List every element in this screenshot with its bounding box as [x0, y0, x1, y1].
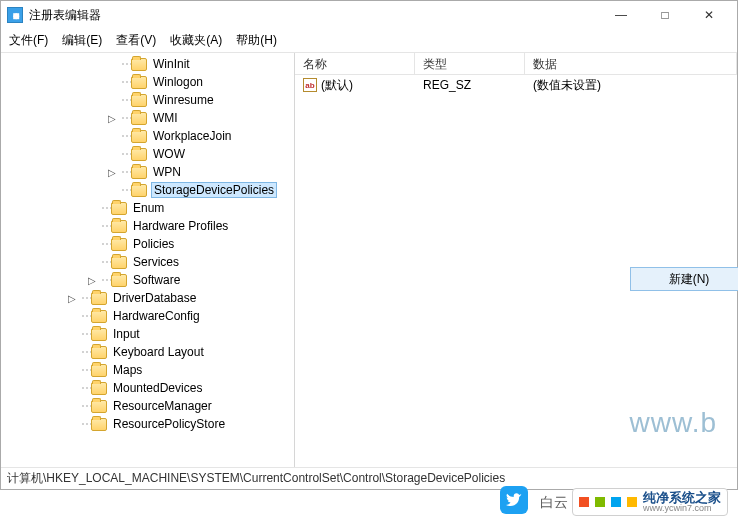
- tree-connector: ⋯: [121, 147, 131, 161]
- tree-connector: ⋯: [121, 183, 131, 197]
- value-name: (默认): [321, 77, 353, 94]
- baiyun-text: 白云: [540, 494, 568, 512]
- tree-label: Enum: [131, 201, 166, 215]
- tree-node[interactable]: ⋯ResourcePolicyStore: [1, 415, 294, 433]
- tree-node[interactable]: ⋯Winlogon: [1, 73, 294, 91]
- expand-icon: [65, 309, 79, 323]
- folder-icon: [111, 274, 127, 287]
- tree-label: DriverDatabase: [111, 291, 198, 305]
- expand-icon: [105, 75, 119, 89]
- menu-file[interactable]: 文件(F): [9, 32, 48, 49]
- tree-label: Hardware Profiles: [131, 219, 230, 233]
- folder-icon: [131, 94, 147, 107]
- tree-node[interactable]: ⋯MountedDevices: [1, 379, 294, 397]
- tree-label: Services: [131, 255, 181, 269]
- expand-icon: [105, 93, 119, 107]
- expand-icon: [65, 399, 79, 413]
- expand-icon[interactable]: ▷: [105, 111, 119, 125]
- tree-node[interactable]: ⋯WinInit: [1, 55, 294, 73]
- brand-logo: 纯净系统之家 www.ycwin7.com: [572, 488, 728, 516]
- tree-label: Keyboard Layout: [111, 345, 206, 359]
- tree-label: WinInit: [151, 57, 192, 71]
- tree-label: Policies: [131, 237, 176, 251]
- column-headers: 名称 类型 数据: [295, 53, 737, 75]
- folder-icon: [131, 76, 147, 89]
- tree-node[interactable]: ⋯StorageDevicePolicies: [1, 181, 294, 199]
- tree-node[interactable]: ▷⋯WMI: [1, 109, 294, 127]
- titlebar[interactable]: 注册表编辑器 — □ ✕: [1, 1, 737, 29]
- close-button[interactable]: ✕: [687, 1, 731, 29]
- logo-square-green: [595, 497, 605, 507]
- folder-icon: [131, 58, 147, 71]
- tree-label: ResourceManager: [111, 399, 214, 413]
- expand-icon: [65, 417, 79, 431]
- tree-connector: ⋯: [121, 57, 131, 71]
- tree-connector: ⋯: [101, 237, 111, 251]
- tree-label: Software: [131, 273, 182, 287]
- folder-icon: [111, 220, 127, 233]
- tree-node[interactable]: ⋯Keyboard Layout: [1, 343, 294, 361]
- tree-node[interactable]: ⋯HardwareConfig: [1, 307, 294, 325]
- menu-favorites[interactable]: 收藏夹(A): [170, 32, 222, 49]
- tree-connector: ⋯: [121, 111, 131, 125]
- col-type[interactable]: 类型: [415, 53, 525, 74]
- maximize-button[interactable]: □: [643, 1, 687, 29]
- menu-edit[interactable]: 编辑(E): [62, 32, 102, 49]
- regedit-icon: [7, 7, 23, 23]
- tree-connector: ⋯: [121, 93, 131, 107]
- tree-node[interactable]: ⋯Winresume: [1, 91, 294, 109]
- tree-node[interactable]: ⋯Enum: [1, 199, 294, 217]
- string-value-icon: ab: [303, 78, 317, 92]
- tree-connector: ⋯: [121, 129, 131, 143]
- expand-icon: [105, 147, 119, 161]
- tree-label: Winresume: [151, 93, 216, 107]
- tree-label: ResourcePolicyStore: [111, 417, 227, 431]
- tree-node[interactable]: ⋯Input: [1, 325, 294, 343]
- expand-icon[interactable]: ▷: [105, 165, 119, 179]
- tree: ⋯WinInit⋯Winlogon⋯Winresume▷⋯WMI⋯Workpla…: [1, 53, 294, 435]
- tree-node[interactable]: ⋯Services: [1, 253, 294, 271]
- context-new-label: 新建(N): [631, 271, 738, 288]
- tree-node[interactable]: ▷⋯WPN: [1, 163, 294, 181]
- expand-icon: [105, 183, 119, 197]
- tree-node[interactable]: ⋯Policies: [1, 235, 294, 253]
- folder-icon: [91, 328, 107, 341]
- menubar: 文件(F) 编辑(E) 查看(V) 收藏夹(A) 帮助(H): [1, 29, 737, 53]
- col-data[interactable]: 数据: [525, 53, 737, 74]
- tree-node[interactable]: ⋯Maps: [1, 361, 294, 379]
- tree-node[interactable]: ⋯WorkplaceJoin: [1, 127, 294, 145]
- expand-icon: [85, 237, 99, 251]
- menu-view[interactable]: 查看(V): [116, 32, 156, 49]
- tree-node[interactable]: ⋯WOW: [1, 145, 294, 163]
- tree-node[interactable]: ▷⋯Software: [1, 271, 294, 289]
- tree-node[interactable]: ▷⋯DriverDatabase: [1, 289, 294, 307]
- expand-icon: [105, 129, 119, 143]
- tree-pane[interactable]: ⋯WinInit⋯Winlogon⋯Winresume▷⋯WMI⋯Workpla…: [1, 53, 295, 467]
- tree-node[interactable]: ⋯ResourceManager: [1, 397, 294, 415]
- list-pane[interactable]: 名称 类型 数据 ab (默认) REG_SZ (数值未设置) 新建(N) ▶ …: [295, 53, 737, 467]
- folder-icon: [131, 130, 147, 143]
- col-name[interactable]: 名称: [295, 53, 415, 74]
- folder-icon: [131, 148, 147, 161]
- logo-square-yellow: [627, 497, 637, 507]
- expand-icon[interactable]: ▷: [85, 273, 99, 287]
- statusbar: 计算机\HKEY_LOCAL_MACHINE\SYSTEM\CurrentCon…: [1, 467, 737, 489]
- minimize-button[interactable]: —: [599, 1, 643, 29]
- expand-icon: [65, 363, 79, 377]
- context-menu-new[interactable]: 新建(N) ▶: [630, 267, 738, 291]
- tree-connector: ⋯: [81, 345, 91, 359]
- twitter-icon: [500, 486, 528, 514]
- tree-connector: ⋯: [81, 291, 91, 305]
- menu-help[interactable]: 帮助(H): [236, 32, 277, 49]
- folder-icon: [91, 418, 107, 431]
- tree-connector: ⋯: [101, 219, 111, 233]
- window-title: 注册表编辑器: [29, 7, 599, 24]
- expand-icon[interactable]: ▷: [65, 291, 79, 305]
- tree-connector: ⋯: [121, 75, 131, 89]
- tree-connector: ⋯: [101, 201, 111, 215]
- tree-connector: ⋯: [81, 363, 91, 377]
- table-row[interactable]: ab (默认) REG_SZ (数值未设置): [295, 75, 737, 95]
- tree-label: Input: [111, 327, 142, 341]
- folder-icon: [91, 310, 107, 323]
- tree-node[interactable]: ⋯Hardware Profiles: [1, 217, 294, 235]
